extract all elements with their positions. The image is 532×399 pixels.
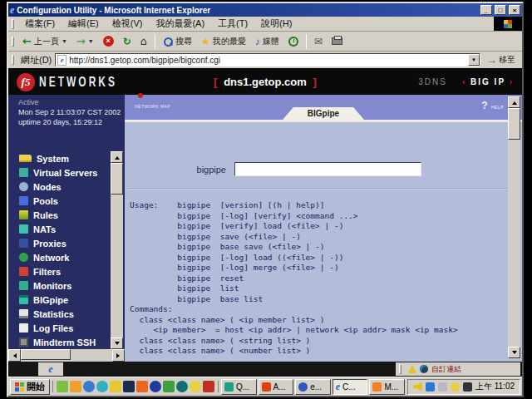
links-label[interactable]: 自訂連結 [431,364,461,375]
antivirus-icon[interactable] [451,382,460,392]
home-button[interactable]: ⌂ [136,32,151,50]
usage-line: bigpipe [-log] load ((<file> | -)) [130,253,507,264]
quick-launch-icon-9[interactable] [163,381,175,392]
hostname-bracket-right: ] [313,76,316,88]
back-dropdown-icon[interactable]: ▼ [62,38,67,44]
addressbar-grip[interactable] [12,55,14,65]
scrollbar-track[interactable] [21,349,112,362]
display-icon[interactable] [438,382,447,392]
toolbar-grip[interactable] [12,37,14,47]
f5-logo[interactable]: f5 NETWORKS [17,73,158,91]
menubar-grip[interactable] [12,19,14,29]
scrollbar-track[interactable] [508,108,520,347]
start-button[interactable]: 開始 [10,379,50,395]
quick-launch-icon-11[interactable] [190,381,201,392]
sidebar-vertical-scrollbar[interactable] [111,151,123,349]
sidebar-item-bigpipe[interactable]: BIGpipe [8,293,111,307]
tab-bigpipe[interactable]: BIGpipe [283,107,364,120]
print-button[interactable] [328,32,347,50]
sidebar-item-nodes[interactable]: Nodes [8,180,111,194]
address-url[interactable]: http://dns1.getop.com/bigpipe/bigconf.cg… [69,56,466,65]
scroll-left-icon[interactable] [8,349,21,362]
scroll-up-icon[interactable] [508,96,520,108]
quick-launch-icon-1[interactable] [57,381,68,392]
title-bar[interactable]: e Configuration Utility - Microsoft Inte… [8,3,522,17]
sidebar-item-rules[interactable]: Rules [8,208,111,222]
scroll-up-icon[interactable] [111,151,123,163]
refresh-button[interactable]: ↻ [119,32,135,50]
media-button[interactable]: ♪ 媒體 [251,32,283,50]
quick-launch-icon-10[interactable] [176,381,188,392]
favorites-button[interactable]: ★ 我的最愛 [197,32,250,50]
taskbar-clock[interactable]: 上午 11:02 [475,381,515,392]
sidebar-item-proxies[interactable]: Proxies [8,236,111,250]
task-button-1[interactable]: Q... [221,379,257,395]
quick-launch-icon-5[interactable] [110,381,121,392]
sidebar-item-mindterm-ssh[interactable]: Mindterm SSH [8,335,111,349]
sidebar-item-log-files[interactable]: Log Files [8,321,111,335]
search-button[interactable]: 搜尋 [159,32,196,50]
mail-button[interactable]: ✉ [310,32,327,50]
maximize-button[interactable]: □ [495,5,506,15]
task-button-5[interactable]: M... [369,379,405,395]
link-bigip[interactable]: ‹ BIG IP › [462,77,514,86]
forward-button[interactable]: → ▼ [72,32,98,50]
menu-tools[interactable]: 工具(T) [212,17,254,31]
sidebar-item-monitors[interactable]: Monitors [8,278,111,293]
menu-view[interactable]: 檢視(V) [106,17,149,31]
task-button-2[interactable]: A... [259,379,294,395]
sidebar-item-network[interactable]: Network [8,250,111,264]
menu-file[interactable]: 檔案(F) [19,17,61,31]
links-item-icon[interactable] [408,365,416,373]
task-button-4-active[interactable]: eC... [332,379,368,395]
back-button[interactable]: ← 上一頁 ▼ [18,32,71,50]
help-button[interactable]: ? HELP [481,97,504,112]
task-button-3[interactable]: e... [295,379,331,395]
history-button[interactable] [284,32,303,50]
sidebar-horizontal-scrollbar[interactable] [8,349,125,362]
sidebar-item-system[interactable]: System [8,151,111,165]
menu-edit[interactable]: 編輯(E) [62,17,105,31]
quick-launch-icon-2[interactable] [70,381,81,392]
address-input[interactable]: e http://dns1.getop.com/bigpipe/bigconf.… [55,53,480,66]
sidebar-item-nats[interactable]: NATs [8,222,111,236]
scroll-down-icon[interactable] [111,337,123,349]
scrollbar-track[interactable] [111,163,123,337]
help-question-icon: ? [481,100,487,111]
menu-help[interactable]: 說明(H) [255,17,298,31]
quick-launch-icon-4[interactable] [96,381,108,392]
filters-icon [19,267,28,276]
quick-launch-icon-12[interactable] [203,381,214,392]
quick-launch-icon-7[interactable] [136,381,148,392]
desktop-ie-shortcut[interactable]: e [38,362,63,376]
messenger-icon[interactable] [426,382,435,392]
links-globe-icon[interactable] [420,365,428,373]
sidebar-item-filters[interactable]: Filters [8,264,111,278]
quick-launch-icon-8[interactable] [150,381,161,392]
scrollbar-thumb[interactable] [508,108,520,140]
sidebar-item-pools[interactable]: Pools [8,194,111,208]
sidebar-item-statistics[interactable]: Statistics [8,307,111,321]
go-button[interactable]: → 移至 [484,53,519,66]
address-dropdown-icon[interactable]: ▼ [468,54,480,66]
network-map-button[interactable]: NETWORK MAP [135,96,170,111]
sidebar-item-virtual-servers[interactable]: Virtual Servers [8,165,111,180]
quick-launch-icon-6[interactable] [123,381,135,392]
scrollbar-thumb[interactable] [111,163,123,195]
bigpipe-command-input[interactable] [234,162,421,176]
close-button[interactable]: × [509,5,520,15]
stop-button[interactable]: × [99,32,118,50]
scrollbar-thumb[interactable] [21,349,71,360]
volume-icon[interactable] [413,382,422,392]
scroll-right-icon[interactable] [112,349,125,362]
content-vertical-scrollbar[interactable] [508,96,520,358]
command-divider [128,188,507,189]
link-3dns[interactable]: 3DNS [418,77,447,86]
tray-app-icon[interactable] [463,382,472,392]
forward-dropdown-icon[interactable]: ▼ [88,38,94,44]
scroll-down-icon[interactable] [508,347,520,358]
links-toolbar-grip[interactable] [399,364,401,374]
menu-favorites[interactable]: 我的最愛(A) [150,17,210,31]
quick-launch-icon-3[interactable] [83,381,95,392]
minimize-button[interactable]: _ [480,5,492,15]
